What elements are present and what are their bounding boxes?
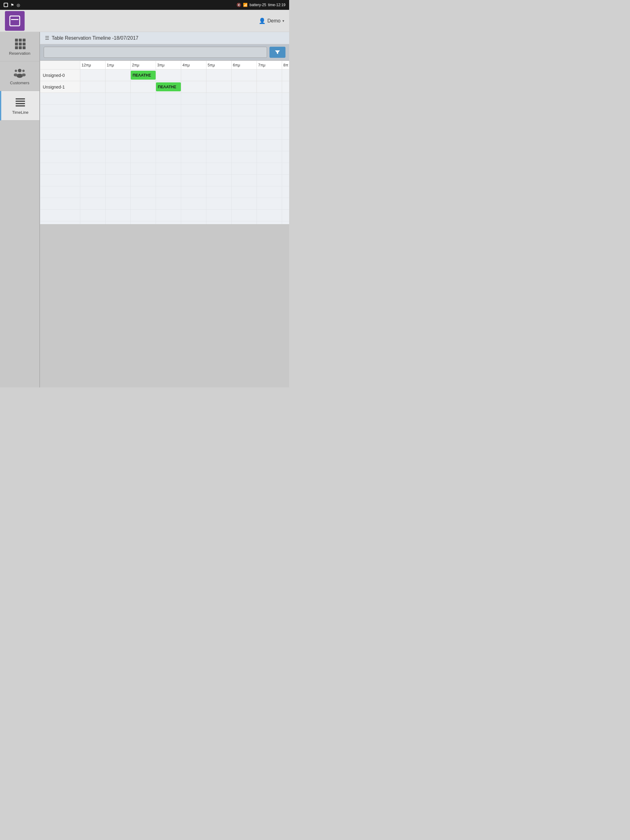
svg-point-15 — [15, 70, 17, 72]
slot-0-4[interactable] — [181, 69, 206, 81]
time-header-row: 12πμ 1πμ 2πμ 3πμ 4πμ 5πμ 6πμ 7πμ 8π — [40, 61, 290, 69]
people-icon — [14, 67, 25, 79]
empty-row — [40, 151, 290, 163]
status-bar: ⚑ ◎ 🔇 📶 battery-25 time-12:19 — [0, 0, 289, 10]
table-icon: ☰ — [45, 35, 49, 41]
time-header-4pm: 4πμ — [181, 61, 206, 69]
svg-rect-18 — [16, 101, 25, 102]
time-header-5pm: 5πμ — [206, 61, 232, 69]
table-row: Unsigned-1 ΠΕΛΑΤΗΣ — [40, 81, 290, 93]
target-icon: ◎ — [17, 3, 20, 7]
filter-bar — [40, 44, 289, 61]
filter-icon — [274, 49, 280, 55]
timeline-container: 12πμ 1πμ 2πμ 3πμ 4πμ 5πμ 6πμ 7πμ 8π Unsi… — [40, 61, 289, 224]
sidebar: Reservation Customers TimeLine — [0, 32, 40, 387]
page-header: ☰ Table Reservation Timeline -18/07/2017 — [40, 32, 289, 44]
svg-point-11 — [18, 69, 21, 72]
empty-row — [40, 175, 290, 186]
sidebar-item-customers[interactable]: Customers — [0, 62, 40, 91]
svg-rect-6 — [19, 43, 22, 46]
slot-1-8[interactable] — [282, 81, 290, 93]
content-area: ☰ Table Reservation Timeline -18/07/2017… — [40, 32, 289, 387]
svg-rect-1 — [11, 19, 19, 20]
user-icon: 👤 — [259, 17, 266, 24]
svg-rect-17 — [16, 98, 25, 99]
user-label: Demo — [268, 18, 280, 24]
svg-rect-20 — [16, 106, 25, 107]
slot-0-7[interactable] — [257, 69, 282, 81]
user-menu[interactable]: 👤 Demo ▾ — [259, 17, 284, 24]
image-icon — [4, 3, 8, 7]
slot-1-2[interactable] — [131, 81, 156, 93]
empty-row — [40, 210, 290, 221]
app-logo — [5, 11, 25, 31]
empty-row — [40, 104, 290, 116]
reservation-block-1[interactable]: ΠΕΛΑΤΗΣ — [156, 82, 181, 91]
slot-1-7[interactable] — [257, 81, 282, 93]
grid-icon — [14, 38, 25, 49]
empty-row — [40, 198, 290, 210]
svg-rect-9 — [19, 46, 22, 49]
empty-row — [40, 116, 290, 128]
slot-0-0[interactable] — [80, 69, 106, 81]
table-row: Unsigned-0 ΠΕΛΑΤΗΣ — [40, 69, 290, 81]
time-header-7pm: 7πμ — [257, 61, 282, 69]
row-label-unsigned-1: Unsigned-1 — [40, 81, 80, 93]
filter-input[interactable] — [44, 47, 267, 58]
empty-row — [40, 186, 290, 198]
sidebar-item-reservation[interactable]: Reservation — [0, 32, 40, 62]
slot-1-6[interactable] — [232, 81, 257, 93]
row-label-unsigned-0: Unsigned-0 — [40, 69, 80, 81]
empty-row — [40, 163, 290, 175]
slot-0-3[interactable] — [156, 69, 181, 81]
battery-indicator: battery-25 — [250, 3, 266, 7]
timeline-table: 12πμ 1πμ 2πμ 3πμ 4πμ 5πμ 6πμ 7πμ 8π Unsi… — [40, 61, 289, 224]
top-header: 👤 Demo ▾ — [0, 10, 289, 32]
main-layout: Reservation Customers TimeLine — [0, 32, 289, 387]
status-left-icons: ⚑ ◎ — [4, 3, 20, 7]
svg-rect-19 — [16, 103, 25, 104]
header-label-col — [40, 61, 80, 69]
slot-0-6[interactable] — [232, 69, 257, 81]
filter-button[interactable] — [269, 47, 285, 58]
slot-1-4[interactable] — [181, 81, 206, 93]
clock: time-12:19 — [268, 3, 285, 7]
sidebar-item-timeline[interactable]: TimeLine — [0, 91, 40, 120]
logo-icon — [9, 15, 21, 27]
bottom-gray-area — [40, 224, 289, 388]
timeline-icon — [14, 96, 26, 108]
svg-rect-3 — [19, 39, 22, 42]
time-header-12pm: 12πμ — [80, 61, 106, 69]
page-title: Table Reservation Timeline -18/07/2017 — [52, 35, 138, 41]
slot-1-1[interactable] — [106, 81, 131, 93]
time-header-2pm: 2πμ — [131, 61, 156, 69]
empty-row — [40, 140, 290, 151]
slot-1-3[interactable]: ΠΕΛΑΤΗΣ — [156, 81, 181, 93]
slot-0-5[interactable] — [206, 69, 232, 81]
reservation-block-0[interactable]: ΠΕΛΑΤΗΣ — [131, 71, 156, 80]
slot-1-0[interactable] — [80, 81, 106, 93]
svg-rect-10 — [23, 46, 26, 49]
svg-rect-8 — [15, 46, 18, 49]
svg-rect-7 — [23, 43, 26, 46]
svg-rect-4 — [23, 39, 26, 42]
time-header-6pm: 6πμ — [232, 61, 257, 69]
empty-row — [40, 93, 290, 104]
slot-0-8[interactable] — [282, 69, 290, 81]
empty-row — [40, 128, 290, 140]
svg-rect-2 — [15, 39, 18, 42]
empty-row — [40, 221, 290, 224]
svg-rect-5 — [15, 43, 18, 46]
time-header-3pm: 3πμ — [156, 61, 181, 69]
flag-icon: ⚑ — [11, 3, 14, 7]
mute-icon: 🔇 — [237, 3, 241, 7]
svg-rect-0 — [10, 16, 20, 26]
time-header-8pm: 8π — [282, 61, 290, 69]
wifi-icon: 📶 — [243, 3, 248, 7]
sidebar-item-reservation-label: Reservation — [9, 51, 30, 56]
chevron-down-icon: ▾ — [282, 19, 284, 23]
time-header-1pm: 1πμ — [106, 61, 131, 69]
slot-1-5[interactable] — [206, 81, 232, 93]
slot-0-2[interactable]: ΠΕΛΑΤΗΣ — [131, 69, 156, 81]
slot-0-1[interactable] — [106, 69, 131, 81]
